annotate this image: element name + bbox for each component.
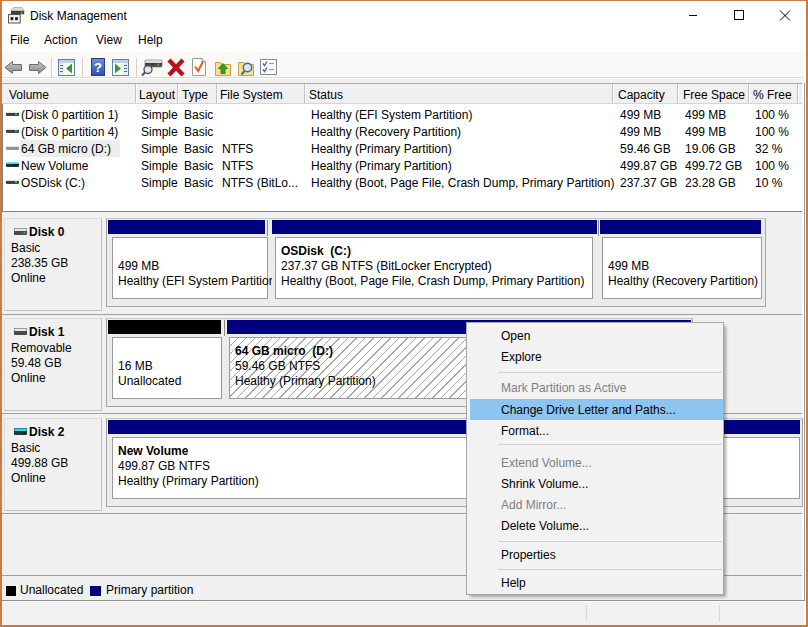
svg-text:?: ? (94, 60, 102, 75)
